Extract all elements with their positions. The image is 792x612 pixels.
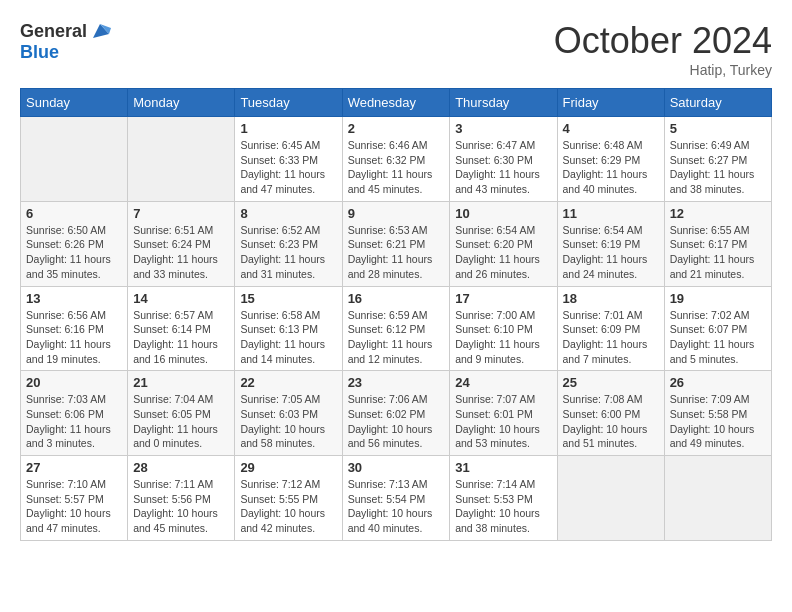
- calendar-cell: 19Sunrise: 7:02 AM Sunset: 6:07 PM Dayli…: [664, 286, 771, 371]
- day-info: Sunrise: 7:08 AM Sunset: 6:00 PM Dayligh…: [563, 392, 659, 451]
- day-number: 21: [133, 375, 229, 390]
- calendar-cell: [557, 456, 664, 541]
- calendar-cell: [21, 117, 128, 202]
- day-info: Sunrise: 7:00 AM Sunset: 6:10 PM Dayligh…: [455, 308, 551, 367]
- month-title: October 2024: [554, 20, 772, 62]
- calendar-week-row: 1Sunrise: 6:45 AM Sunset: 6:33 PM Daylig…: [21, 117, 772, 202]
- calendar-cell: 1Sunrise: 6:45 AM Sunset: 6:33 PM Daylig…: [235, 117, 342, 202]
- calendar-cell: 12Sunrise: 6:55 AM Sunset: 6:17 PM Dayli…: [664, 201, 771, 286]
- day-number: 16: [348, 291, 445, 306]
- day-number: 11: [563, 206, 659, 221]
- location: Hatip, Turkey: [554, 62, 772, 78]
- calendar-cell: 15Sunrise: 6:58 AM Sunset: 6:13 PM Dayli…: [235, 286, 342, 371]
- calendar-cell: 2Sunrise: 6:46 AM Sunset: 6:32 PM Daylig…: [342, 117, 450, 202]
- weekday-header-wednesday: Wednesday: [342, 89, 450, 117]
- day-number: 15: [240, 291, 336, 306]
- calendar-cell: 13Sunrise: 6:56 AM Sunset: 6:16 PM Dayli…: [21, 286, 128, 371]
- day-info: Sunrise: 6:52 AM Sunset: 6:23 PM Dayligh…: [240, 223, 336, 282]
- weekday-header-saturday: Saturday: [664, 89, 771, 117]
- calendar-cell: 18Sunrise: 7:01 AM Sunset: 6:09 PM Dayli…: [557, 286, 664, 371]
- day-number: 25: [563, 375, 659, 390]
- calendar-cell: [664, 456, 771, 541]
- day-info: Sunrise: 6:53 AM Sunset: 6:21 PM Dayligh…: [348, 223, 445, 282]
- day-number: 10: [455, 206, 551, 221]
- calendar-week-row: 6Sunrise: 6:50 AM Sunset: 6:26 PM Daylig…: [21, 201, 772, 286]
- day-number: 7: [133, 206, 229, 221]
- weekday-header-tuesday: Tuesday: [235, 89, 342, 117]
- day-number: 26: [670, 375, 766, 390]
- day-number: 4: [563, 121, 659, 136]
- day-number: 12: [670, 206, 766, 221]
- logo: General Blue: [20, 20, 111, 63]
- calendar-cell: 24Sunrise: 7:07 AM Sunset: 6:01 PM Dayli…: [450, 371, 557, 456]
- day-info: Sunrise: 7:05 AM Sunset: 6:03 PM Dayligh…: [240, 392, 336, 451]
- day-info: Sunrise: 6:50 AM Sunset: 6:26 PM Dayligh…: [26, 223, 122, 282]
- day-number: 1: [240, 121, 336, 136]
- day-info: Sunrise: 6:55 AM Sunset: 6:17 PM Dayligh…: [670, 223, 766, 282]
- day-info: Sunrise: 6:59 AM Sunset: 6:12 PM Dayligh…: [348, 308, 445, 367]
- calendar-cell: 27Sunrise: 7:10 AM Sunset: 5:57 PM Dayli…: [21, 456, 128, 541]
- day-number: 14: [133, 291, 229, 306]
- weekday-header-friday: Friday: [557, 89, 664, 117]
- calendar-cell: 7Sunrise: 6:51 AM Sunset: 6:24 PM Daylig…: [128, 201, 235, 286]
- day-number: 29: [240, 460, 336, 475]
- day-info: Sunrise: 6:46 AM Sunset: 6:32 PM Dayligh…: [348, 138, 445, 197]
- title-section: October 2024 Hatip, Turkey: [554, 20, 772, 78]
- weekday-header-row: SundayMondayTuesdayWednesdayThursdayFrid…: [21, 89, 772, 117]
- calendar-cell: 3Sunrise: 6:47 AM Sunset: 6:30 PM Daylig…: [450, 117, 557, 202]
- day-info: Sunrise: 6:49 AM Sunset: 6:27 PM Dayligh…: [670, 138, 766, 197]
- calendar-cell: 9Sunrise: 6:53 AM Sunset: 6:21 PM Daylig…: [342, 201, 450, 286]
- calendar-week-row: 27Sunrise: 7:10 AM Sunset: 5:57 PM Dayli…: [21, 456, 772, 541]
- day-info: Sunrise: 6:56 AM Sunset: 6:16 PM Dayligh…: [26, 308, 122, 367]
- calendar-cell: 25Sunrise: 7:08 AM Sunset: 6:00 PM Dayli…: [557, 371, 664, 456]
- day-info: Sunrise: 6:54 AM Sunset: 6:20 PM Dayligh…: [455, 223, 551, 282]
- day-info: Sunrise: 7:11 AM Sunset: 5:56 PM Dayligh…: [133, 477, 229, 536]
- day-number: 13: [26, 291, 122, 306]
- calendar-cell: 31Sunrise: 7:14 AM Sunset: 5:53 PM Dayli…: [450, 456, 557, 541]
- day-info: Sunrise: 7:10 AM Sunset: 5:57 PM Dayligh…: [26, 477, 122, 536]
- calendar-cell: 30Sunrise: 7:13 AM Sunset: 5:54 PM Dayli…: [342, 456, 450, 541]
- day-info: Sunrise: 7:01 AM Sunset: 6:09 PM Dayligh…: [563, 308, 659, 367]
- day-number: 27: [26, 460, 122, 475]
- day-info: Sunrise: 7:03 AM Sunset: 6:06 PM Dayligh…: [26, 392, 122, 451]
- day-number: 20: [26, 375, 122, 390]
- weekday-header-sunday: Sunday: [21, 89, 128, 117]
- logo-general: General: [20, 21, 87, 42]
- day-info: Sunrise: 6:47 AM Sunset: 6:30 PM Dayligh…: [455, 138, 551, 197]
- calendar-cell: 21Sunrise: 7:04 AM Sunset: 6:05 PM Dayli…: [128, 371, 235, 456]
- calendar-cell: 11Sunrise: 6:54 AM Sunset: 6:19 PM Dayli…: [557, 201, 664, 286]
- calendar-cell: 29Sunrise: 7:12 AM Sunset: 5:55 PM Dayli…: [235, 456, 342, 541]
- calendar-cell: 5Sunrise: 6:49 AM Sunset: 6:27 PM Daylig…: [664, 117, 771, 202]
- day-info: Sunrise: 6:58 AM Sunset: 6:13 PM Dayligh…: [240, 308, 336, 367]
- day-info: Sunrise: 7:04 AM Sunset: 6:05 PM Dayligh…: [133, 392, 229, 451]
- day-info: Sunrise: 6:48 AM Sunset: 6:29 PM Dayligh…: [563, 138, 659, 197]
- calendar-cell: [128, 117, 235, 202]
- calendar-cell: 22Sunrise: 7:05 AM Sunset: 6:03 PM Dayli…: [235, 371, 342, 456]
- day-info: Sunrise: 7:02 AM Sunset: 6:07 PM Dayligh…: [670, 308, 766, 367]
- day-info: Sunrise: 6:54 AM Sunset: 6:19 PM Dayligh…: [563, 223, 659, 282]
- day-number: 30: [348, 460, 445, 475]
- calendar-table: SundayMondayTuesdayWednesdayThursdayFrid…: [20, 88, 772, 541]
- calendar-cell: 14Sunrise: 6:57 AM Sunset: 6:14 PM Dayli…: [128, 286, 235, 371]
- day-info: Sunrise: 7:14 AM Sunset: 5:53 PM Dayligh…: [455, 477, 551, 536]
- day-number: 6: [26, 206, 122, 221]
- calendar-cell: 8Sunrise: 6:52 AM Sunset: 6:23 PM Daylig…: [235, 201, 342, 286]
- day-number: 3: [455, 121, 551, 136]
- calendar-cell: 23Sunrise: 7:06 AM Sunset: 6:02 PM Dayli…: [342, 371, 450, 456]
- day-number: 18: [563, 291, 659, 306]
- weekday-header-monday: Monday: [128, 89, 235, 117]
- day-number: 24: [455, 375, 551, 390]
- weekday-header-thursday: Thursday: [450, 89, 557, 117]
- day-number: 22: [240, 375, 336, 390]
- calendar-cell: 10Sunrise: 6:54 AM Sunset: 6:20 PM Dayli…: [450, 201, 557, 286]
- day-number: 19: [670, 291, 766, 306]
- day-number: 28: [133, 460, 229, 475]
- day-info: Sunrise: 6:57 AM Sunset: 6:14 PM Dayligh…: [133, 308, 229, 367]
- day-number: 31: [455, 460, 551, 475]
- day-number: 8: [240, 206, 336, 221]
- calendar-cell: 4Sunrise: 6:48 AM Sunset: 6:29 PM Daylig…: [557, 117, 664, 202]
- day-info: Sunrise: 7:09 AM Sunset: 5:58 PM Dayligh…: [670, 392, 766, 451]
- calendar-week-row: 20Sunrise: 7:03 AM Sunset: 6:06 PM Dayli…: [21, 371, 772, 456]
- day-number: 5: [670, 121, 766, 136]
- day-info: Sunrise: 7:06 AM Sunset: 6:02 PM Dayligh…: [348, 392, 445, 451]
